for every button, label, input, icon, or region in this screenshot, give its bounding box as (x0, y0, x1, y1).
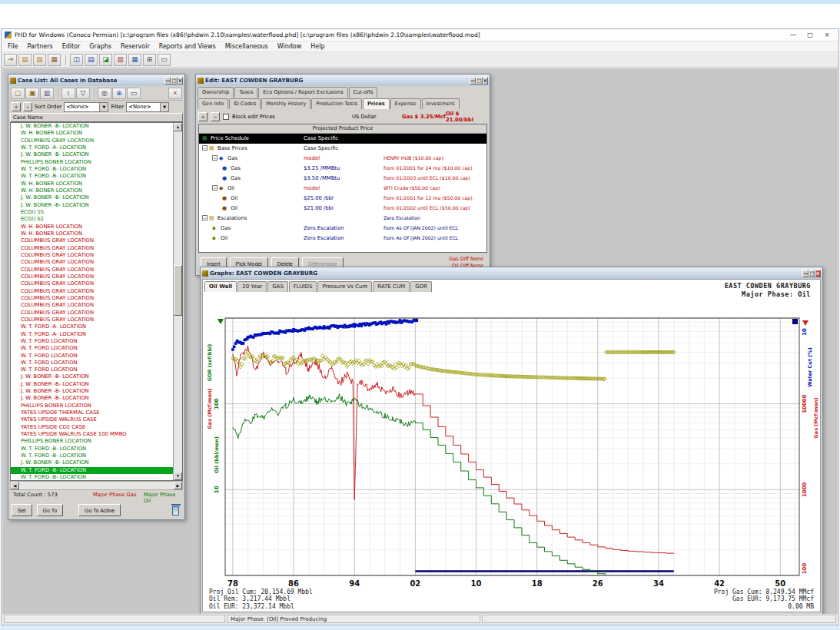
price-table-row[interactable]: ▪OilZero Escalationfrom As Of (JAN 2002)… (199, 234, 486, 244)
case-list-row[interactable]: COLUMBUS GRAY LOCATION (11, 138, 173, 144)
expand-icon[interactable]: − (212, 155, 217, 161)
horizontal-scrollbar[interactable]: ◀ ▶ (10, 481, 183, 490)
case-list-row[interactable]: COLUMBUS GRAY LOCATION (11, 245, 173, 252)
grid-icon[interactable]: ▦ (128, 54, 141, 66)
price-table-row[interactable]: ▪GasZero Escalationfrom As Of (JAN 2002)… (199, 224, 486, 234)
tab-monthly-history[interactable]: Monthly History (261, 98, 310, 109)
menu-help[interactable]: Help (306, 43, 329, 50)
goto-active-button[interactable]: Go To Active (78, 504, 121, 516)
sort-order-combobox[interactable]: <None> ▼ (64, 102, 108, 112)
case-list-row[interactable]: W. H. BONER LOCATION (11, 230, 173, 237)
printer-icon[interactable]: ▭ (158, 54, 171, 66)
tab-id-codes[interactable]: ID Codes (229, 98, 261, 109)
case-list-row[interactable]: W. T. FORD LOCATION (11, 360, 173, 366)
case-list-row[interactable]: COLUMBUS GRAY LOCATION (11, 274, 173, 280)
print-setup-icon[interactable]: ▦ (48, 54, 61, 66)
graph-tab-20-year[interactable]: 20 Year (237, 281, 267, 292)
chevron-down-icon[interactable]: ▼ (99, 103, 108, 111)
new-case-icon[interactable]: ▢ (11, 88, 25, 99)
case-list-row[interactable]: PHILLIPS BONER LOCATION (11, 403, 173, 410)
case-list-row[interactable]: ECGU 61 (11, 216, 173, 223)
graph-tab-oil-well[interactable]: Oil Well (204, 281, 237, 292)
maximize-icon[interactable]: □ (808, 270, 815, 277)
block-edit-checkbox[interactable] (223, 114, 229, 120)
case-list-row[interactable]: COLUMBUS GRAY LOCATION (11, 252, 173, 259)
case-list-row[interactable]: COLUMBUS GRAY LOCATION (11, 288, 173, 295)
case-list-row[interactable]: J. W. BONER -B- LOCATION (11, 459, 173, 466)
case-list-row[interactable]: YATES UPSIDE WALRUS CASE 100 MMBO (11, 431, 173, 438)
price-table-row[interactable]: ●Gas$3.50 /MMBtufrom 01/2003 until ECL (… (199, 174, 486, 184)
case-list-row[interactable]: W. T. FORD -A- LOCATION (11, 144, 173, 151)
zoom-icon[interactable]: ⊕ (112, 88, 126, 99)
chart-area[interactable]: 788694021018263442501001010000100010010G… (204, 295, 822, 591)
close-list-icon[interactable]: × (168, 88, 182, 99)
vertical-scrollbar[interactable]: ▲ ▼ (173, 123, 182, 480)
close-icon[interactable]: × (178, 77, 183, 85)
tab-taxes[interactable]: Taxes (234, 87, 257, 98)
price-table-row[interactable]: ●Gas$3.25 /MMBtufrom 01/2001 for 24 mo (… (199, 164, 486, 174)
case-list-icon[interactable]: ◫ (70, 54, 83, 66)
close-icon[interactable]: × (483, 77, 488, 85)
case-list-row[interactable]: W. T. FORD -B- LOCATION (11, 166, 173, 173)
menu-window[interactable]: Window (273, 43, 307, 50)
production-chart[interactable]: 788694021018263442501001010000100010010G… (204, 295, 822, 591)
tab-ownership[interactable]: Ownership (198, 87, 234, 98)
price-table-row[interactable]: ●Oil$25.00 /bblfrom 01/2001 for 12 mo ($… (199, 194, 486, 204)
scroll-right-icon[interactable]: ▶ (174, 482, 182, 489)
copy-case-icon[interactable]: ▣ (25, 88, 39, 99)
exit-door-icon[interactable]: ⇥ (4, 54, 17, 66)
maximize-icon[interactable]: □ (171, 77, 177, 85)
trash-icon[interactable] (170, 504, 181, 517)
case-list-row[interactable]: PHILLIPS BONER LOCATION (11, 438, 173, 445)
collapse-button[interactable]: − (211, 112, 220, 121)
close-icon[interactable]: × (815, 270, 821, 277)
case-list-row[interactable]: ECGU 55 (11, 209, 173, 216)
sort-icon[interactable]: ↕ (61, 88, 75, 99)
case-list-row[interactable]: COLUMBUS GRAY LOCATION (11, 267, 173, 274)
minimize-icon[interactable]: — (785, 32, 802, 38)
expand-icon[interactable]: − (202, 215, 208, 220)
case-list-titlebar[interactable]: Case List: All Cases in Database —□× (8, 75, 184, 86)
case-list-row[interactable]: COLUMBUS GRAY LOCATION (11, 302, 173, 309)
graph-tab-gor[interactable]: GOR (410, 281, 432, 292)
case-list-row[interactable]: W. T. FORD LOCATION (11, 366, 173, 373)
tab-gen-info[interactable]: Gen Info (198, 98, 228, 109)
case-list-row[interactable]: W. H. BONER LOCATION (11, 181, 173, 187)
expand-icon[interactable]: − (202, 145, 208, 151)
case-list-row[interactable]: W. H. BONER LOCATION (11, 187, 173, 194)
menu-miscellaneous[interactable]: Miscellaneous (221, 43, 273, 50)
menu-editor[interactable]: Editor (58, 43, 85, 50)
set-button[interactable]: Set (12, 504, 32, 516)
case-list-row[interactable]: J. W. BONER -B- LOCATION (11, 194, 173, 201)
menu-graphs[interactable]: Graphs (85, 43, 116, 50)
tab-production-tests[interactable]: Production Tests (311, 98, 362, 109)
price-table-row[interactable]: −▨EscalationsZero Escalation (199, 214, 486, 224)
case-list-row[interactable]: COLUMBUS GRAY LOCATION (11, 259, 173, 266)
reports-icon[interactable]: ▥ (114, 54, 127, 66)
expand-icon[interactable]: − (212, 185, 217, 191)
case-list-row[interactable]: J. W. BONER -B- LOCATION (11, 395, 173, 402)
menu-reservoir[interactable]: Reservoir (116, 43, 154, 50)
case-list-row[interactable]: W. T. FORD -B- LOCATION (11, 453, 173, 459)
case-list-row[interactable]: W. T. FORD LOCATION (11, 353, 173, 360)
chevron-down-icon[interactable]: ▼ (160, 103, 168, 111)
tab-prices[interactable]: Prices (363, 98, 390, 109)
case-list-row[interactable]: COLUMBUS GRAY LOCATION (11, 317, 173, 323)
menu-reports-and-views[interactable]: Reports and Views (154, 43, 221, 50)
case-list-row[interactable]: PHILLIPS BONER LOCATION (11, 159, 173, 166)
case-list-row[interactable]: J. W. BONER -B- LOCATION (11, 388, 173, 395)
case-list-row[interactable]: COLUMBUS GRAY LOCATION (11, 280, 173, 287)
collapse-button[interactable]: − (23, 102, 32, 111)
scroll-down-icon[interactable]: ▼ (174, 472, 182, 480)
find-icon[interactable]: ◎ (98, 88, 111, 99)
print-icon[interactable]: ▭ (127, 88, 141, 99)
price-table-row[interactable]: −▤Base PricesCase Specific (199, 144, 486, 154)
graph-tab-fluids[interactable]: FLUIDS (289, 281, 317, 292)
case-list-row[interactable]: W. T. FORD -B- LOCATION (11, 467, 173, 474)
maximize-icon[interactable]: □ (476, 77, 482, 85)
case-list-row[interactable]: W. H. BONER LOCATION (11, 130, 173, 137)
editor-icon[interactable]: ▤ (85, 54, 98, 66)
case-list-row[interactable]: YATES UPSIDE THERMAL CASE (11, 410, 173, 416)
case-list-row[interactable]: W. T. FORD -A- LOCATION (11, 323, 173, 330)
scroll-up-icon[interactable]: ▲ (174, 123, 182, 131)
